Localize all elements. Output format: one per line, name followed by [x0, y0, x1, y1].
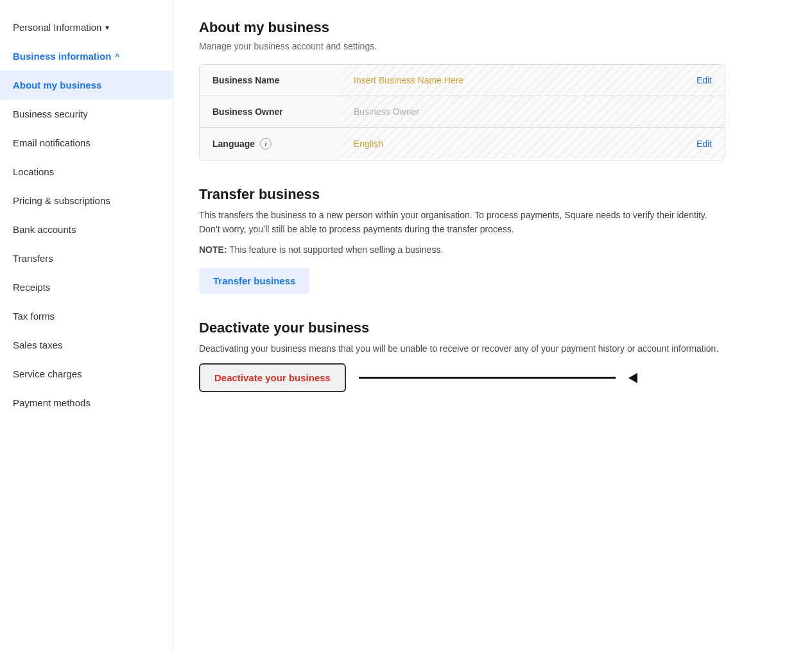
sidebar-item-bank-accounts[interactable]: Bank accounts [0, 215, 173, 244]
business-owner-value-cell: Business Owner [341, 96, 725, 127]
about-section-title: About my business [199, 19, 725, 36]
arrow-line [359, 377, 616, 379]
business-owner-row: Business Owner Business Owner [200, 96, 725, 128]
deactivate-section-description: Deactivating your business means that yo… [199, 341, 725, 356]
business-owner-value: Business Owner [354, 107, 419, 117]
sidebar-item-label: Pricing & subscriptions [13, 195, 110, 206]
deactivate-business-button[interactable]: Deactivate your business [199, 363, 346, 392]
language-label: Language i [200, 128, 341, 160]
business-owner-label: Business Owner [200, 96, 341, 127]
language-value-cell: English Edit [341, 128, 725, 159]
sidebar-item-pricing-subscriptions[interactable]: Pricing & subscriptions [0, 186, 173, 215]
sidebar-item-label: Bank accounts [13, 224, 76, 235]
language-value: English [354, 139, 383, 149]
business-information-chevron: ^ [115, 52, 119, 61]
arrow-head [628, 373, 637, 383]
business-information-label: Business information [13, 51, 111, 62]
sidebar-item-locations[interactable]: Locations [0, 157, 173, 186]
sidebar-item-email-notifications[interactable]: Email notifications [0, 128, 173, 157]
business-name-row: Business Name Insert Business Name Here … [200, 65, 725, 96]
sidebar-item-label: Email notifications [13, 137, 91, 148]
sidebar-item-receipts[interactable]: Receipts [0, 273, 173, 302]
sidebar-item-label: Business security [13, 108, 88, 119]
transfer-section-description: This transfers the business to a new per… [199, 208, 725, 237]
sidebar-item-tax-forms[interactable]: Tax forms [0, 302, 173, 331]
sidebar-item-service-charges[interactable]: Service charges [0, 359, 173, 388]
transfer-note: NOTE: This feature is not supported when… [199, 245, 725, 255]
transfer-section: Transfer business This transfers the bus… [199, 186, 725, 294]
sidebar-item-label: Receipts [13, 282, 50, 293]
language-row: Language i English Edit [200, 128, 725, 160]
personal-information-chevron: ▾ [105, 23, 109, 32]
sidebar-item-label: Payment methods [13, 397, 91, 408]
main-content: About my business Manage your business a… [173, 0, 751, 654]
sidebar-item-label: Locations [13, 166, 54, 177]
language-info-icon[interactable]: i [260, 138, 272, 150]
deactivate-button-wrapper: Deactivate your business [199, 363, 725, 392]
transfer-business-button[interactable]: Transfer business [199, 268, 309, 294]
about-section-description: Manage your business account and setting… [199, 41, 725, 51]
sidebar-item-label: Service charges [13, 368, 82, 379]
business-information-header[interactable]: Business information ^ [0, 42, 173, 71]
about-section: About my business Manage your business a… [199, 19, 725, 160]
sidebar-item-label: Transfers [13, 253, 53, 264]
personal-information-label: Personal Information [13, 22, 101, 33]
sidebar-item-transfers[interactable]: Transfers [0, 244, 173, 273]
deactivate-section-title: Deactivate your business [199, 320, 725, 336]
business-name-value-cell: Insert Business Name Here Edit [341, 65, 725, 96]
sidebar-item-sales-taxes[interactable]: Sales taxes [0, 331, 173, 359]
business-name-value: Insert Business Name Here [354, 75, 463, 85]
note-label: NOTE: [199, 245, 227, 255]
personal-information-header[interactable]: Personal Information ▾ [0, 13, 173, 42]
deactivate-section: Deactivate your business Deactivating yo… [199, 320, 725, 392]
transfer-section-title: Transfer business [199, 186, 725, 203]
business-name-edit-link[interactable]: Edit [696, 75, 712, 85]
sidebar-item-label: Sales taxes [13, 340, 63, 350]
business-info-table: Business Name Insert Business Name Here … [199, 64, 725, 160]
business-name-label: Business Name [200, 65, 341, 96]
sidebar-item-label: Tax forms [13, 311, 55, 322]
sidebar-item-about-my-business[interactable]: About my business [0, 71, 173, 99]
sidebar-item-business-security[interactable]: Business security [0, 99, 173, 128]
sidebar: Personal Information ▾ Business informat… [0, 0, 173, 654]
sidebar-item-label: About my business [13, 80, 101, 90]
language-edit-link[interactable]: Edit [696, 139, 712, 149]
note-text-content: This feature is not supported when selli… [229, 245, 443, 255]
sidebar-item-payment-methods[interactable]: Payment methods [0, 388, 173, 417]
